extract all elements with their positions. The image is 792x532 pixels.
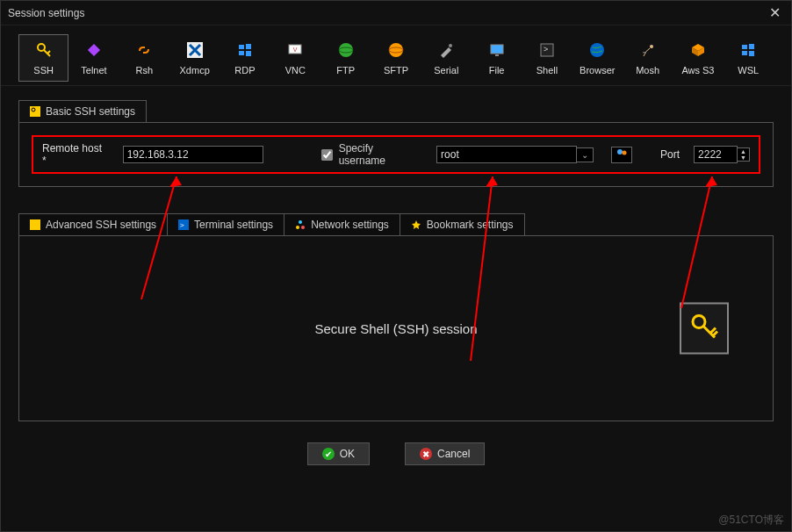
session-key-badge <box>680 303 729 355</box>
diamond-icon <box>84 40 104 60</box>
windows-icon <box>235 40 255 60</box>
svg-text:V: V <box>293 47 298 53</box>
tool-label: Rsh <box>136 65 154 75</box>
session-type-toolbar: SSH Telnet Rsh Xdmcp RDP V VNC FTP SFTP … <box>1 25 791 86</box>
svg-point-11 <box>339 43 353 57</box>
tool-label: RDP <box>234 65 255 75</box>
satellite-icon <box>638 40 658 60</box>
watermark: @51CTO博客 <box>718 513 784 528</box>
tool-label: FTP <box>336 65 355 75</box>
tool-aws[interactable]: Aws S3 <box>673 34 723 82</box>
tool-telnet[interactable]: Telnet <box>68 34 119 82</box>
svg-rect-25 <box>749 51 754 56</box>
svg-point-13 <box>389 43 403 57</box>
spinner-arrows-icon[interactable]: ▲▼ <box>738 147 750 162</box>
specify-username-check[interactable] <box>321 149 333 161</box>
tool-shell[interactable]: > Shell <box>522 34 572 82</box>
svg-rect-30 <box>30 219 40 230</box>
tab-label: Terminal settings <box>194 219 273 231</box>
x-icon <box>185 40 205 60</box>
tool-wsl[interactable]: WSL <box>724 34 774 82</box>
tool-label: Mosh <box>636 65 659 75</box>
tab-label: Basic SSH settings <box>46 105 135 118</box>
tool-ssh[interactable]: SSH <box>18 34 68 82</box>
tool-browser[interactable]: Browser <box>572 34 623 82</box>
ok-label: OK <box>340 448 355 460</box>
tool-ftp[interactable]: FTP <box>320 34 371 82</box>
key-icon <box>34 40 54 60</box>
cancel-button[interactable]: ✖ Cancel <box>405 442 485 465</box>
specify-username-label: Specify username <box>339 142 422 167</box>
port-label: Port <box>660 148 680 161</box>
username-combo[interactable]: ⌄ <box>436 146 594 163</box>
svg-point-21 <box>650 45 653 48</box>
cube-icon <box>688 40 708 60</box>
key-small-icon <box>30 106 40 117</box>
tool-file[interactable]: File <box>472 34 522 82</box>
vnc-icon: V <box>285 40 305 60</box>
tab-label: Advanced SSH settings <box>46 219 156 231</box>
terminal-icon: > <box>537 40 557 60</box>
tab-basic-ssh[interactable]: Basic SSH settings <box>18 100 147 122</box>
globe-blue-icon <box>587 40 607 60</box>
chevron-down-icon[interactable]: ⌄ <box>577 147 594 162</box>
port-input[interactable] <box>694 146 738 163</box>
svg-point-28 <box>617 149 623 155</box>
tool-rsh[interactable]: Rsh <box>119 34 169 82</box>
tool-sftp[interactable]: SFTP <box>371 34 421 82</box>
session-info-panel: Secure Shell (SSH) session <box>18 235 774 421</box>
tool-label: SFTP <box>384 65 408 75</box>
tool-label: Shell <box>536 65 558 75</box>
check-icon: ✔ <box>322 448 335 460</box>
tool-label: Browser <box>580 65 615 75</box>
svg-point-0 <box>38 44 45 51</box>
port-spinner[interactable]: ▲▼ <box>694 146 750 163</box>
tab-terminal[interactable]: > Terminal settings <box>168 213 284 235</box>
star-icon <box>411 219 421 230</box>
user-manage-icon[interactable] <box>611 147 632 163</box>
svg-point-33 <box>299 220 302 224</box>
specify-username-checkbox[interactable]: Specify username <box>318 142 422 167</box>
remote-host-label: Remote host * <box>42 142 109 167</box>
close-icon[interactable]: ✕ <box>766 4 784 21</box>
svg-line-39 <box>713 332 717 336</box>
ok-button[interactable]: ✔ OK <box>307 442 370 465</box>
svg-rect-7 <box>239 51 244 55</box>
file-monitor-icon <box>487 40 507 60</box>
svg-rect-22 <box>742 45 747 49</box>
tool-xdmcp[interactable]: Xdmcp <box>169 34 220 82</box>
basic-settings-panel: Remote host * Specify username ⌄ Port ▲▼ <box>18 122 774 187</box>
svg-rect-23 <box>749 44 754 49</box>
tool-vnc[interactable]: V VNC <box>270 34 320 82</box>
tool-label: Aws S3 <box>681 65 714 75</box>
svg-point-15 <box>449 44 452 47</box>
tool-rdp[interactable]: RDP <box>220 34 270 82</box>
tool-label: Serial <box>434 65 458 75</box>
tool-serial[interactable]: Serial <box>421 34 472 82</box>
svg-rect-26 <box>30 106 40 117</box>
tool-mosh[interactable]: Mosh <box>623 34 673 82</box>
highlighted-row: Remote host * Specify username ⌄ Port ▲▼ <box>32 135 760 174</box>
svg-point-35 <box>301 226 305 229</box>
svg-rect-17 <box>495 54 499 56</box>
svg-text:>: > <box>180 221 184 229</box>
tool-label: Telnet <box>81 65 106 75</box>
svg-rect-8 <box>246 51 251 56</box>
tab-network[interactable]: Network settings <box>284 213 400 235</box>
svg-rect-16 <box>491 45 503 54</box>
tool-label: WSL <box>738 65 759 75</box>
tab-advanced-ssh[interactable]: Advanced SSH settings <box>18 213 168 235</box>
tool-label: SSH <box>33 65 54 75</box>
terminal-small-icon: > <box>178 219 189 230</box>
username-input[interactable] <box>436 146 577 163</box>
tool-label: Xdmcp <box>180 65 210 75</box>
tab-bookmark[interactable]: Bookmark settings <box>400 213 525 235</box>
svg-text:>: > <box>544 45 548 54</box>
x-icon: ✖ <box>420 448 432 460</box>
svg-rect-24 <box>742 51 747 55</box>
svg-rect-3 <box>88 44 100 56</box>
svg-point-20 <box>590 43 604 57</box>
windows-blue-icon <box>738 40 758 60</box>
remote-host-input[interactable] <box>123 146 263 163</box>
globe-green-icon <box>336 40 356 60</box>
